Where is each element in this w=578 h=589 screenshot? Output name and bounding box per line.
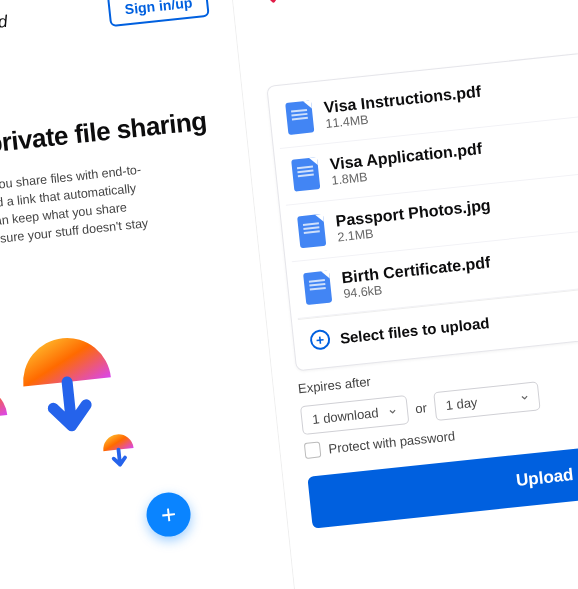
brand-firefox: Firefox — [295, 0, 375, 1]
protect-password-checkbox[interactable] — [304, 441, 322, 459]
document-icon — [303, 270, 332, 305]
plus-circle-icon: + — [309, 329, 331, 351]
add-button[interactable]: + — [144, 490, 192, 538]
plus-icon: + — [159, 498, 177, 530]
hero-illustration: + — [0, 321, 199, 569]
firefox-send-icon — [255, 0, 290, 7]
sign-in-button[interactable]: Sign in/up — [107, 0, 209, 27]
protect-password-label: Protect with password — [328, 428, 456, 456]
document-icon — [291, 157, 320, 192]
expires-downloads-select[interactable]: 1 download — [300, 395, 409, 435]
expires-time-select[interactable]: 1 day — [433, 381, 540, 421]
hero-title: Simple, private file sharing — [0, 105, 222, 168]
hero-description: Firefox Send lets you share files with e… — [0, 159, 163, 276]
or-label: or — [415, 400, 428, 416]
document-icon — [297, 214, 326, 249]
file-list-card: Visa Instructions.pdf 11.4MB ✕ Visa Appl… — [266, 37, 578, 372]
brand-send: Send — [0, 12, 8, 36]
document-icon — [285, 100, 314, 135]
brand-logo: Firefox Send — [255, 0, 436, 7]
expires-label: Expires after — [297, 374, 371, 397]
brand-logo: Firefox Send — [0, 11, 9, 46]
